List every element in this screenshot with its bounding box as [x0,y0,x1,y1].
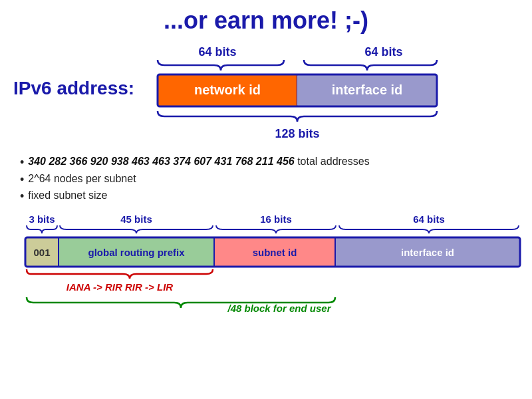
svg-text:global routing prefix: global routing prefix [88,247,186,258]
svg-text:64 bits: 64 bits [365,45,403,59]
bullet-dot-3: • [20,190,24,204]
ipv6-diagram-section: IPv6 address: 64 bits 64 bits [13,41,519,150]
bullet-1-normal: total addresses [297,156,370,167]
svg-text:128 bits: 128 bits [275,127,320,140]
bullet-2-text: 2^64 nodes per subnet [28,173,136,185]
bottom-diagram-svg: 3 bits 45 bits 16 bits 64 bits [20,211,525,314]
bullet-3-text: fixed subnet size [28,190,107,201]
svg-text:interface id: interface id [401,247,454,258]
bullet-1-text: 340 282 366 920 938 463 463 374 607 431 … [28,156,369,168]
ipv6-label: IPv6 address: [13,41,134,99]
bullet-2: • 2^64 nodes per subnet [20,173,512,188]
bullet-dot-2: • [20,173,24,188]
svg-text:64 bits: 64 bits [199,45,237,59]
svg-text:subnet id: subnet id [253,247,297,258]
bullet-1: • 340 282 366 920 938 463 463 374 607 43… [20,156,512,170]
svg-text:IANA -> RIR  RIR -> LIR: IANA -> RIR RIR -> LIR [66,281,173,293]
svg-text:interface id: interface id [332,82,403,97]
page-title: ...or earn more! ;-) [13,7,519,35]
svg-text:64 bits: 64 bits [413,213,445,225]
diagram-col: 64 bits 64 bits network id interface [144,41,519,150]
svg-text:45 bits: 45 bits [120,213,152,225]
svg-text:/48 block for end user: /48 block for end user [227,303,331,314]
bullets-section: • 340 282 366 920 938 463 463 374 607 43… [20,156,512,204]
page-container: ...or earn more! ;-) IPv6 address: 64 bi… [0,0,532,399]
svg-text:network id: network id [194,82,261,97]
svg-text:16 bits: 16 bits [260,213,292,225]
bullet-3: • fixed subnet size [20,190,512,204]
svg-text:001: 001 [33,247,50,258]
bullet-dot-1: • [20,156,24,170]
top-diagram-svg: 64 bits 64 bits network id interface [144,41,464,148]
svg-text:3 bits: 3 bits [29,213,55,225]
bottom-section: 3 bits 45 bits 16 bits 64 bits [13,211,519,317]
bullet-1-italic: 340 282 366 920 938 463 463 374 607 431 … [28,156,294,167]
